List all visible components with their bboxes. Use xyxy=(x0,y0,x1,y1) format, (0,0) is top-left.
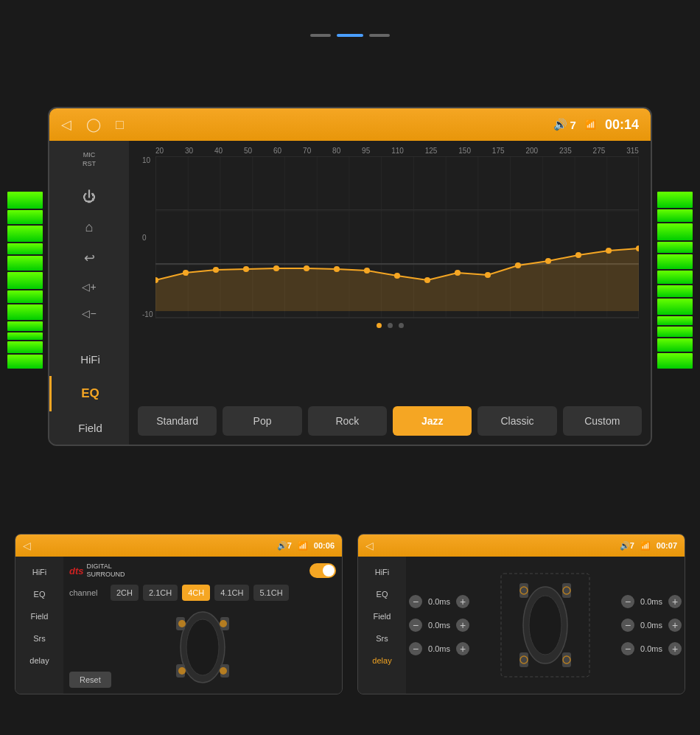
reset-button[interactable]: Reset xyxy=(69,672,111,688)
channel-4ch[interactable]: 4CH xyxy=(182,585,210,601)
delay-rl-minus[interactable]: − xyxy=(409,619,422,632)
dts-sidebar-eq[interactable]: EQ xyxy=(15,583,63,605)
eq-point-15[interactable] xyxy=(606,248,612,254)
volume-up-icon[interactable]: ◁+ xyxy=(76,275,102,299)
eq-bar xyxy=(7,210,43,223)
dts-car-svg xyxy=(151,607,254,688)
eq-point-5[interactable] xyxy=(304,265,309,271)
eq-mode-buttons: Standard Pop Rock Jazz Classic Custom xyxy=(129,400,651,445)
svg-point-15 xyxy=(220,667,227,675)
dts-status: 🔊7 📶 00:06 xyxy=(277,541,335,551)
eq-bar xyxy=(7,272,43,289)
delay-car-container xyxy=(472,570,618,680)
delay-status: 🔊7 📶 00:07 xyxy=(620,541,677,551)
chart-dot-1[interactable] xyxy=(377,323,382,328)
dts-sidebar-srs[interactable]: Srs xyxy=(15,627,63,649)
eq-bar xyxy=(7,321,43,331)
eq-point-8[interactable] xyxy=(394,273,400,279)
delay-subl-plus[interactable]: + xyxy=(456,642,469,655)
page-dot-3[interactable] xyxy=(369,34,390,37)
eq-bar xyxy=(7,355,43,369)
svg-point-25 xyxy=(520,656,528,663)
dts-sidebar-field[interactable]: Field xyxy=(15,605,63,627)
home-button[interactable]: ◯ xyxy=(86,116,101,133)
eq-bar xyxy=(7,304,43,320)
eq-mode-rock[interactable]: Rock xyxy=(308,406,387,436)
eq-mode-jazz[interactable]: Jazz xyxy=(393,406,472,436)
delay-subr-plus[interactable]: + xyxy=(668,642,682,655)
eq-point-2[interactable] xyxy=(213,267,219,273)
eq-point-9[interactable] xyxy=(424,277,430,283)
dts-volume: 🔊7 xyxy=(277,541,292,551)
eq-bar xyxy=(657,299,693,315)
delay-fl-minus[interactable]: − xyxy=(409,595,422,608)
delay-fl-plus[interactable]: + xyxy=(456,595,469,608)
delay-fr-minus[interactable]: − xyxy=(621,595,634,608)
delay-sidebar-delay[interactable]: delay xyxy=(358,649,406,672)
volume-down-icon[interactable]: ◁− xyxy=(76,302,102,325)
eq-point-12[interactable] xyxy=(515,262,521,268)
delay-sidebar-srs[interactable]: Srs xyxy=(358,627,406,649)
power-icon[interactable]: ⏻ xyxy=(77,184,102,211)
status-area: 🔊 7 📶 00:14 xyxy=(553,117,639,133)
eq-chart-container: 20 30 40 50 60 70 80 95 110 125 150 175 … xyxy=(129,141,651,400)
eq-bar xyxy=(657,242,693,252)
dts-toggle[interactable] xyxy=(309,563,336,578)
dts-back-btn[interactable]: ◁ xyxy=(23,540,31,551)
eq-point-1[interactable] xyxy=(183,270,189,276)
main-device: ◁ ◯ □ 🔊 7 📶 00:14 MIC RST ⏻ ⌂ ↩ ◁+ ◁− xyxy=(48,107,652,446)
rst-label: RST xyxy=(83,160,96,167)
eq-mode-custom[interactable]: Custom xyxy=(563,406,642,436)
channel-41ch[interactable]: 4.1CH xyxy=(214,585,249,601)
eq-point-7[interactable] xyxy=(364,268,370,274)
back-icon[interactable]: ↩ xyxy=(78,244,101,272)
delay-subr-minus[interactable]: − xyxy=(621,642,634,655)
eq-point-11[interactable] xyxy=(485,272,491,278)
delay-fr-value: 0.0ms xyxy=(637,597,665,606)
delay-sidebar-field[interactable]: Field xyxy=(358,605,406,627)
sidebar-item-field[interactable]: Field xyxy=(49,411,129,445)
eq-point-6[interactable] xyxy=(334,266,340,272)
channel-21ch[interactable]: 2.1CH xyxy=(143,585,178,601)
chart-dot-2[interactable] xyxy=(388,323,393,328)
sidebar-item-eq[interactable]: EQ xyxy=(49,376,129,411)
delay-main: − 0.0ms + − 0.0ms + − 0.0ms + xyxy=(406,557,685,694)
delay-layout: − 0.0ms + − 0.0ms + − 0.0ms + xyxy=(409,561,682,689)
eq-point-3[interactable] xyxy=(243,266,249,272)
eq-mode-standard[interactable]: Standard xyxy=(138,406,217,436)
recent-button[interactable]: □ xyxy=(116,117,124,133)
channel-51ch[interactable]: 5.1CH xyxy=(253,585,288,601)
delay-rr-plus[interactable]: + xyxy=(668,619,682,632)
eq-point-10[interactable] xyxy=(455,270,461,276)
delay-subl-minus[interactable]: − xyxy=(409,642,422,655)
eq-panel: 20 30 40 50 60 70 80 95 110 125 150 175 … xyxy=(129,141,651,445)
delay-fl-control: − 0.0ms + xyxy=(409,595,469,608)
dts-sidebar-hifi[interactable]: HiFi xyxy=(15,561,63,583)
chart-dot-3[interactable] xyxy=(399,323,404,328)
page-dot-1[interactable] xyxy=(310,34,331,37)
delay-sidebar-eq[interactable]: EQ xyxy=(358,583,406,605)
channel-2ch[interactable]: 2CH xyxy=(111,585,139,601)
eq-point-4[interactable] xyxy=(273,265,279,271)
eq-bars-decoration-left xyxy=(7,192,43,369)
freq-labels: 20 30 40 50 60 70 80 95 110 125 150 175 … xyxy=(141,147,639,155)
eq-bar xyxy=(7,226,43,242)
delay-back-btn[interactable]: ◁ xyxy=(365,540,374,551)
eq-mode-classic[interactable]: Classic xyxy=(477,406,556,436)
page-dot-2[interactable] xyxy=(337,34,363,37)
home-icon[interactable]: ⌂ xyxy=(80,214,99,241)
delay-right-controls: − 0.0ms + − 0.0ms + − 0.0ms + xyxy=(621,595,682,655)
delay-sidebar-hifi[interactable]: HiFi xyxy=(358,561,406,583)
eq-mode-pop[interactable]: Pop xyxy=(223,406,301,436)
delay-rr-control: − 0.0ms + xyxy=(621,619,682,632)
eq-point-14[interactable] xyxy=(575,252,581,258)
delay-rl-plus[interactable]: + xyxy=(456,619,469,632)
delay-fr-plus[interactable]: + xyxy=(668,595,682,608)
delay-rr-minus[interactable]: − xyxy=(621,619,634,632)
dts-sidebar-delay[interactable]: delay xyxy=(15,649,63,672)
sidebar-item-hifi[interactable]: HiFi xyxy=(49,343,129,376)
back-button[interactable]: ◁ xyxy=(61,116,71,133)
delay-rl-control: − 0.0ms + xyxy=(409,619,469,632)
eq-bar xyxy=(657,327,693,337)
eq-point-13[interactable] xyxy=(545,258,551,264)
